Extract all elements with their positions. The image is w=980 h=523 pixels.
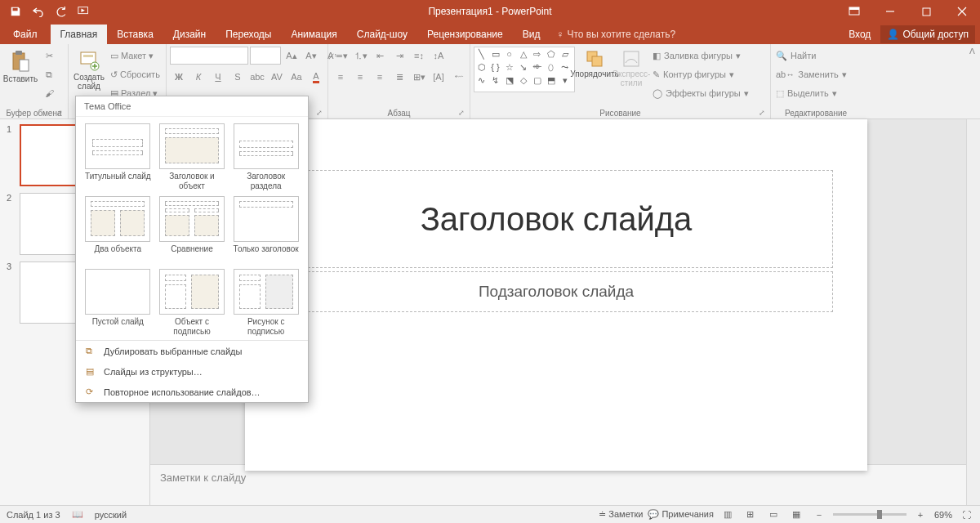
save-icon[interactable] xyxy=(5,2,26,21)
new-slide-label: Создать слайд xyxy=(74,73,105,91)
zoom-level[interactable]: 69% xyxy=(934,510,952,520)
normal-view-icon[interactable]: ▥ xyxy=(719,507,737,522)
replace-button[interactable]: ab↔ Заменить ▾ xyxy=(774,65,853,83)
maximize-icon[interactable] xyxy=(908,0,944,23)
zoom-out-icon[interactable]: − xyxy=(810,507,828,522)
collapse-ribbon-icon[interactable]: ᐱ xyxy=(969,47,975,56)
underline-icon[interactable]: Ч xyxy=(209,68,227,86)
new-slide-button[interactable]: Создать слайд xyxy=(72,47,106,94)
case-icon[interactable]: Aa xyxy=(287,68,305,86)
close-icon[interactable] xyxy=(944,0,980,23)
shape-outline-button[interactable]: ✎ Контур фигуры ▾ xyxy=(651,65,751,83)
outdent-icon[interactable]: ⇤ xyxy=(371,47,389,65)
signin-link[interactable]: Вход xyxy=(842,25,877,44)
layout-blank[interactable]: Пустой слайд xyxy=(84,269,152,337)
font-size-combo[interactable] xyxy=(250,47,281,65)
layout-title-only[interactable]: Только заголовок xyxy=(232,196,300,264)
align-left-icon[interactable]: ≡ xyxy=(332,68,350,86)
language-indicator[interactable]: русский xyxy=(95,510,127,520)
fit-to-window-icon[interactable]: ⛶ xyxy=(957,507,975,522)
layout-button[interactable]: ▭ Макет ▾ xyxy=(109,47,162,65)
shapes-gallery[interactable]: ╲▭○△⇨⬠▱ ⬡{ }☆↘⬲⬯⤳ ∿↯⬔◇▢⬒▾ xyxy=(474,47,575,92)
slide[interactable]: Заголовок слайда Подзаголовок слайда xyxy=(245,119,867,471)
strike-icon[interactable]: abc xyxy=(248,68,266,86)
align-text-icon[interactable]: [A] xyxy=(430,68,448,86)
layout-picture-caption[interactable]: Рисунок с подписью xyxy=(232,269,300,337)
subtitle-placeholder[interactable]: Подзаголовок слайда xyxy=(279,271,833,312)
gallery-header: Тема Office xyxy=(76,96,308,117)
italic-icon[interactable]: К xyxy=(189,68,207,86)
zoom-in-icon[interactable]: + xyxy=(911,507,929,522)
layout-section-header[interactable]: Заголовок раздела xyxy=(232,123,300,191)
tab-view[interactable]: Вид xyxy=(513,25,550,44)
tab-design[interactable]: Дизайн xyxy=(163,25,216,44)
title-placeholder[interactable]: Заголовок слайда xyxy=(279,170,833,268)
bold-icon[interactable]: Ж xyxy=(170,68,188,86)
shape-fill-button[interactable]: ◧ Заливка фигуры ▾ xyxy=(651,47,751,65)
dialog-launcher-icon[interactable]: ⤢ xyxy=(458,109,465,117)
tab-review[interactable]: Рецензирование xyxy=(417,25,513,44)
font-color-icon[interactable]: A xyxy=(307,68,325,86)
minimize-icon[interactable] xyxy=(872,0,908,23)
start-from-beginning-icon[interactable] xyxy=(74,2,95,21)
tab-insert[interactable]: Вставка xyxy=(107,25,163,44)
quick-styles-button[interactable]: Экспресс- стили xyxy=(614,47,648,91)
vertical-scrollbar[interactable] xyxy=(966,119,980,505)
tell-me[interactable]: ♀ Что вы хотите сделать? xyxy=(550,25,682,44)
reading-view-icon[interactable]: ▭ xyxy=(764,507,782,522)
duplicate-slides[interactable]: ⧉Дублировать выбранные слайды xyxy=(76,341,308,361)
layout-content-caption[interactable]: Объект с подписью xyxy=(158,269,226,337)
layout-label: Заголовок раздела xyxy=(232,172,300,191)
align-right-icon[interactable]: ≡ xyxy=(371,68,389,86)
find-button[interactable]: 🔍 Найти xyxy=(774,47,853,65)
align-center-icon[interactable]: ≡ xyxy=(351,68,369,86)
paste-button[interactable]: Вставить xyxy=(3,47,38,87)
reuse-slides[interactable]: ⟳Повторное использование слайдов… xyxy=(76,382,308,402)
layout-comparison[interactable]: Сравнение xyxy=(158,196,226,264)
decrease-font-icon[interactable]: A▾ xyxy=(302,47,320,65)
layout-title-content[interactable]: Заголовок и объект xyxy=(158,123,226,191)
zoom-slider[interactable] xyxy=(833,513,906,516)
quick-styles-label: Экспресс- стили xyxy=(612,69,651,87)
format-painter-icon[interactable]: 🖌 xyxy=(40,84,58,102)
font-name-combo[interactable] xyxy=(170,47,248,65)
shadow-icon[interactable]: S xyxy=(229,68,247,86)
increase-font-icon[interactable]: A▴ xyxy=(283,47,301,65)
slideshow-view-icon[interactable]: ▦ xyxy=(787,507,805,522)
bullets-icon[interactable]: ≔▾ xyxy=(332,47,350,65)
indent-icon[interactable]: ⇥ xyxy=(390,47,408,65)
comments-toggle[interactable]: 💬 Примечания xyxy=(648,509,714,520)
arrange-button[interactable]: Упорядочить xyxy=(577,47,612,82)
redo-icon[interactable] xyxy=(51,2,72,21)
dialog-launcher-icon[interactable]: ⤢ xyxy=(759,109,765,117)
ribbon-display-icon[interactable] xyxy=(836,0,872,23)
slides-from-outline[interactable]: ▤Слайды из структуры… xyxy=(76,361,308,382)
reset-button[interactable]: ↺ Сбросить xyxy=(109,65,162,83)
tab-file[interactable]: Файл xyxy=(0,25,51,44)
smartart-icon[interactable]: ⬳ xyxy=(449,68,467,86)
dialog-launcher-icon[interactable]: ⤢ xyxy=(56,109,63,117)
tab-animations[interactable]: Анимация xyxy=(281,25,346,44)
notes-toggle[interactable]: ≐ Заметки xyxy=(599,509,643,520)
line-spacing-icon[interactable]: ≡↕ xyxy=(410,47,428,65)
shape-effects-button[interactable]: ◯ Эффекты фигуры ▾ xyxy=(651,84,751,102)
copy-icon[interactable]: ⧉ xyxy=(40,65,58,83)
justify-icon[interactable]: ≣ xyxy=(390,68,408,86)
undo-icon[interactable] xyxy=(28,2,49,21)
text-direction-icon[interactable]: ↕A xyxy=(430,47,448,65)
svg-rect-6 xyxy=(16,51,22,55)
spellcheck-icon[interactable]: 📖 xyxy=(72,509,83,520)
select-button[interactable]: ⬚ Выделить ▾ xyxy=(774,84,853,102)
cut-icon[interactable]: ✂ xyxy=(40,47,58,65)
numbering-icon[interactable]: ⒈▾ xyxy=(351,47,369,65)
share-button[interactable]: 👤 Общий доступ xyxy=(880,25,975,43)
layout-two-content[interactable]: Два объекта xyxy=(84,196,152,264)
tab-transitions[interactable]: Переходы xyxy=(216,25,281,44)
tab-slideshow[interactable]: Слайд-шоу xyxy=(347,25,417,44)
dialog-launcher-icon[interactable]: ⤢ xyxy=(316,109,323,117)
sorter-view-icon[interactable]: ⊞ xyxy=(742,507,760,522)
tab-home[interactable]: Главная xyxy=(51,25,108,44)
columns-icon[interactable]: ⊞▾ xyxy=(410,68,428,86)
layout-title-slide[interactable]: Титульный слайд xyxy=(84,123,152,191)
spacing-icon[interactable]: AV xyxy=(268,68,286,86)
